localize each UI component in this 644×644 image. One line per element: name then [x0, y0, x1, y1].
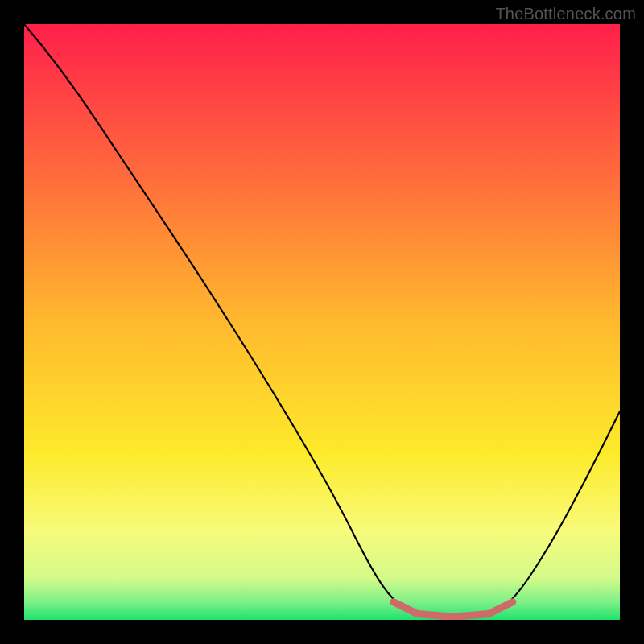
plot-area [24, 24, 620, 620]
watermark: TheBottleneck.com [495, 5, 636, 23]
chart-background [24, 24, 620, 620]
chart-svg [24, 24, 620, 620]
